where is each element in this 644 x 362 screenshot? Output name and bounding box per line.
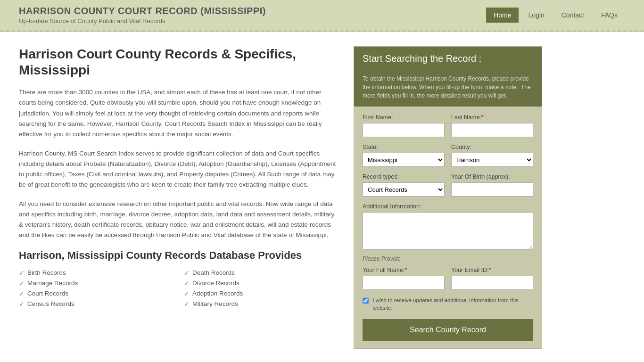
check-icon: ✓ <box>184 300 190 308</box>
required-marker: * <box>488 267 491 273</box>
state-label: State: <box>363 144 445 150</box>
state-group: State: Mississippi Alabama Alaska Arizon… <box>363 144 445 167</box>
please-provide-text: Please Provide <box>363 255 533 262</box>
check-icon: ✓ <box>19 300 25 308</box>
body-text-3: All you need to consider extensive resea… <box>19 199 339 241</box>
county-label: County: <box>451 144 533 150</box>
state-county-row: State: Mississippi Alabama Alaska Arizon… <box>363 144 533 167</box>
left-column: Harrison Court County Records & Specific… <box>19 46 339 349</box>
check-icon: ✓ <box>184 269 190 277</box>
email-label: Your Email ID:* <box>451 267 533 273</box>
nav-faqs[interactable]: FAQs <box>594 8 625 23</box>
site-subtitle: Up-to-date Source of County Public and V… <box>19 17 266 25</box>
subscribe-checkbox[interactable] <box>363 297 369 304</box>
county-group: County: Harrison Adams Alcorn Amite Atta… <box>451 144 533 167</box>
list-item: ✓Military Records <box>184 300 339 308</box>
db-heading: Harrison, Mississippi County Records Dat… <box>19 249 339 262</box>
subscribe-checkbox-row: I wish to receive updates and additional… <box>363 296 533 312</box>
required-marker: * <box>481 114 484 121</box>
additional-info-label: Additional Information: <box>363 203 533 210</box>
subscribe-label: I wish to receive updates and additional… <box>372 296 533 312</box>
check-icon: ✓ <box>184 290 190 297</box>
list-item: ✓Divorce Records <box>184 280 339 287</box>
record-year-row: Record types: Court Records Birth Record… <box>363 173 533 197</box>
header-left: HARRISON COUNTY COURT RECORD (MISSISSIPP… <box>19 6 266 25</box>
check-icon: ✓ <box>19 290 25 297</box>
list-item: ✓Birth Records <box>19 269 174 277</box>
search-county-record-button[interactable]: Search County Record <box>363 319 533 341</box>
main-nav: Home Login Contact FAQs <box>486 8 625 23</box>
record-type-group: Record types: Court Records Birth Record… <box>363 173 445 197</box>
check-icon: ✓ <box>19 269 25 277</box>
first-name-input[interactable] <box>363 123 445 137</box>
site-title: HARRISON COUNTY COURT RECORD (MISSISSIPP… <box>19 6 266 16</box>
additional-info-textarea[interactable] <box>363 212 533 250</box>
fullname-email-row: Your Full Name:* Your Email ID:* <box>363 267 533 290</box>
email-group: Your Email ID:* <box>451 267 533 290</box>
nav-home[interactable]: Home <box>486 8 519 23</box>
name-row: First Name: Last Name:* <box>363 114 533 137</box>
last-name-input[interactable] <box>451 123 533 137</box>
nav-login[interactable]: Login <box>520 8 552 23</box>
full-name-group: Your Full Name:* <box>363 267 445 290</box>
body-text-1: There are more than 3000 counties in the… <box>19 87 339 140</box>
first-name-group: First Name: <box>363 114 445 137</box>
main-content: Harrison Court County Records & Specific… <box>0 32 644 362</box>
page-heading: Harrison Court County Records & Specific… <box>19 46 339 78</box>
year-of-birth-label: Year Of Birth (approx): <box>451 173 533 180</box>
body-text-2: Harrison County, MS Court Search Index s… <box>19 148 339 190</box>
form-description: To obtain the Mississippi Harrison Count… <box>354 71 542 107</box>
year-of-birth-input[interactable] <box>451 182 533 197</box>
header: HARRISON COUNTY COURT RECORD (MISSISSIPP… <box>0 0 644 32</box>
email-input[interactable] <box>451 276 533 290</box>
required-marker: * <box>405 267 407 273</box>
list-item: ✓Death Records <box>184 269 339 277</box>
records-list: ✓Birth Records ✓Death Records ✓Marriage … <box>19 269 339 308</box>
list-item: ✓Marriage Records <box>19 280 174 287</box>
record-type-label: Record types: <box>363 173 445 180</box>
right-column: Start Searching the Record : To obtain t… <box>354 46 542 349</box>
record-type-select[interactable]: Court Records Birth Records Death Record… <box>363 182 445 197</box>
search-form-panel: Start Searching the Record : To obtain t… <box>354 46 542 349</box>
form-body: First Name: Last Name:* State: <box>354 107 542 348</box>
full-name-input[interactable] <box>363 276 445 290</box>
first-name-label: First Name: <box>363 114 445 121</box>
additional-info-group: Additional Information: <box>363 203 533 250</box>
form-header: Start Searching the Record : <box>354 47 542 71</box>
county-select[interactable]: Harrison Adams Alcorn Amite Attala <box>451 153 533 167</box>
last-name-label: Last Name:* <box>451 114 533 121</box>
check-icon: ✓ <box>19 280 25 287</box>
year-of-birth-group: Year Of Birth (approx): <box>451 173 533 197</box>
list-item: ✓Court Records <box>19 290 174 297</box>
check-icon: ✓ <box>184 280 190 287</box>
list-item: ✓Census Records <box>19 300 174 308</box>
state-select[interactable]: Mississippi Alabama Alaska Arizona Arkan… <box>363 153 445 167</box>
list-item: ✓Adoption Records <box>184 290 339 297</box>
last-name-group: Last Name:* <box>451 114 533 137</box>
nav-contact[interactable]: Contact <box>554 8 592 23</box>
full-name-label: Your Full Name:* <box>363 267 445 273</box>
